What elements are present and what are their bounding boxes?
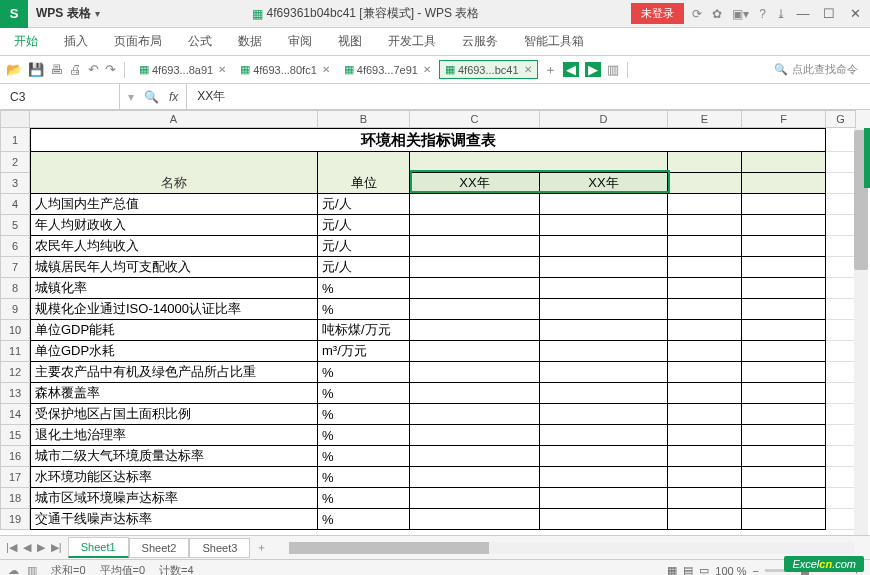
cell-unit[interactable]: % <box>318 278 410 299</box>
add-tab-button[interactable]: ＋ <box>544 61 557 79</box>
cell[interactable] <box>742 488 826 509</box>
cell[interactable] <box>410 425 540 446</box>
cell[interactable] <box>826 128 856 152</box>
col-header[interactable]: G <box>826 110 856 128</box>
cell-name[interactable]: 单位GDP能耗 <box>30 320 318 341</box>
cell[interactable] <box>540 425 668 446</box>
undo-icon[interactable]: ↶ <box>88 62 99 77</box>
cell[interactable] <box>742 509 826 530</box>
cell-name[interactable]: 水环境功能区达标率 <box>30 467 318 488</box>
tab-start[interactable]: 开始 <box>14 33 38 50</box>
cell[interactable] <box>826 320 856 341</box>
cell[interactable] <box>742 257 826 278</box>
header-span[interactable] <box>410 152 668 173</box>
doc-tab-3[interactable]: ▦4f693...7e91✕ <box>338 60 437 79</box>
cell[interactable] <box>742 278 826 299</box>
maximize-button[interactable]: ☐ <box>820 6 838 21</box>
cell-name[interactable]: 城市区域环境噪声达标率 <box>30 488 318 509</box>
doc-tab-2[interactable]: ▦4f693...80fc1✕ <box>234 60 336 79</box>
cell-name[interactable]: 退化土地治理率 <box>30 425 318 446</box>
cell[interactable] <box>826 299 856 320</box>
tab-layout[interactable]: 页面布局 <box>114 33 162 50</box>
cell-unit[interactable]: % <box>318 362 410 383</box>
doc-tab-4[interactable]: ▦4f693...bc41✕ <box>439 60 538 79</box>
next-tab-icon[interactable]: ▶ <box>585 62 601 77</box>
cell[interactable] <box>826 236 856 257</box>
row-header[interactable]: 5 <box>0 215 30 236</box>
prev-sheet-icon[interactable]: ◀ <box>21 541 33 554</box>
pin-icon[interactable]: ⤓ <box>776 7 786 21</box>
close-button[interactable]: ✕ <box>846 6 864 21</box>
cell-unit[interactable]: % <box>318 488 410 509</box>
prev-tab-icon[interactable]: ◀ <box>563 62 579 77</box>
row-header[interactable]: 12 <box>0 362 30 383</box>
col-header[interactable]: F <box>742 110 826 128</box>
row-header[interactable]: 16 <box>0 446 30 467</box>
cell-name[interactable]: 城镇化率 <box>30 278 318 299</box>
col-header[interactable]: C <box>410 110 540 128</box>
cell-unit[interactable]: % <box>318 509 410 530</box>
cell[interactable] <box>826 383 856 404</box>
close-icon[interactable]: ✕ <box>218 64 226 75</box>
cell[interactable] <box>826 446 856 467</box>
sync-icon[interactable]: ⟳ <box>692 7 702 21</box>
cell-name[interactable]: 农民年人均纯收入 <box>30 236 318 257</box>
row-header[interactable]: 9 <box>0 299 30 320</box>
cell[interactable] <box>742 194 826 215</box>
zoom-value[interactable]: 100 % <box>715 565 746 576</box>
settings-icon[interactable]: ✿ <box>712 7 722 21</box>
row-header[interactable]: 14 <box>0 404 30 425</box>
col-header[interactable]: D <box>540 110 668 128</box>
row-header[interactable]: 6 <box>0 236 30 257</box>
tab-cloud[interactable]: 云服务 <box>462 33 498 50</box>
cell[interactable] <box>826 362 856 383</box>
next-sheet-icon[interactable]: ▶ <box>35 541 47 554</box>
cell[interactable] <box>668 299 742 320</box>
row-header[interactable]: 17 <box>0 467 30 488</box>
cell[interactable] <box>668 425 742 446</box>
row-header[interactable]: 18 <box>0 488 30 509</box>
close-icon[interactable]: ✕ <box>524 64 532 75</box>
cell[interactable] <box>410 467 540 488</box>
cell[interactable] <box>540 446 668 467</box>
fx-icon[interactable]: fx <box>169 90 178 104</box>
scrollbar-thumb[interactable] <box>289 542 489 554</box>
cell-name[interactable]: 主要农产品中有机及绿色产品所占比重 <box>30 362 318 383</box>
cloud-icon[interactable]: ☁ <box>8 564 19 575</box>
cell-name[interactable]: 城镇居民年人均可支配收入 <box>30 257 318 278</box>
login-badge[interactable]: 未登录 <box>631 3 684 24</box>
cell-unit[interactable]: % <box>318 446 410 467</box>
cell[interactable] <box>410 236 540 257</box>
cell[interactable] <box>742 341 826 362</box>
cell[interactable] <box>826 488 856 509</box>
cell[interactable] <box>742 425 826 446</box>
print-preview-icon[interactable]: 🖶 <box>50 62 63 77</box>
sheet-title[interactable]: 环境相关指标调查表 <box>30 128 826 152</box>
header-blank[interactable] <box>668 152 742 173</box>
doc-tab-1[interactable]: ▦4f693...8a91✕ <box>133 60 232 79</box>
sheet-tab[interactable]: Sheet3 <box>189 538 250 558</box>
select-all-corner[interactable] <box>0 110 30 128</box>
help-icon[interactable]: ? <box>759 7 766 21</box>
formula-input[interactable]: XX年 <box>187 88 870 105</box>
row-header[interactable]: 2 <box>0 152 30 173</box>
cell[interactable] <box>826 341 856 362</box>
cell[interactable] <box>540 320 668 341</box>
cell[interactable] <box>540 215 668 236</box>
header-unit[interactable]: 单位 <box>318 173 410 194</box>
cell-unit[interactable]: % <box>318 404 410 425</box>
tab-data[interactable]: 数据 <box>238 33 262 50</box>
header-year1[interactable]: XX年 <box>410 173 540 194</box>
doc-icon[interactable]: ▥ <box>27 564 37 575</box>
cell-unit[interactable]: 元/人 <box>318 215 410 236</box>
cell[interactable] <box>826 509 856 530</box>
row-header[interactable]: 15 <box>0 425 30 446</box>
cell[interactable] <box>540 194 668 215</box>
cell[interactable] <box>742 320 826 341</box>
header-blank[interactable] <box>668 173 742 194</box>
cell[interactable] <box>540 299 668 320</box>
cell[interactable] <box>540 362 668 383</box>
cell[interactable] <box>742 467 826 488</box>
cell[interactable] <box>410 320 540 341</box>
cell[interactable] <box>668 236 742 257</box>
